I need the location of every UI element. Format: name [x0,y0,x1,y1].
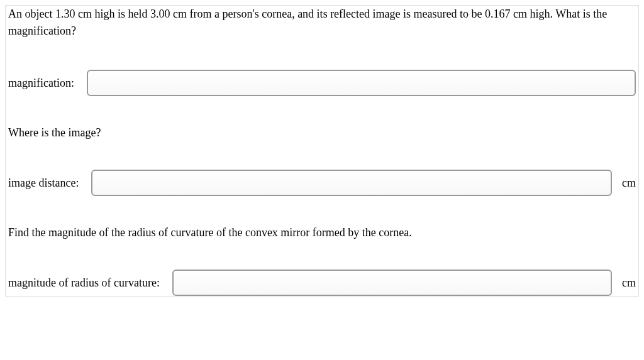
radius-row: magnitude of radius of curvature: cm [8,270,636,296]
radius-prompt: Find the magnitude of the radius of curv… [8,226,636,239]
magnification-input[interactable] [87,70,636,96]
image-distance-prompt: Where is the image? [8,126,636,139]
image-distance-unit: cm [622,177,636,190]
radius-unit: cm [622,276,636,290]
radius-label: magnitude of radius of curvature: [8,276,160,290]
problem-statement: An object 1.30 cm high is held 3.00 cm f… [8,6,636,40]
image-distance-row: image distance: cm [8,170,636,196]
radius-input[interactable] [172,270,612,296]
magnification-row: magnification: [8,70,636,96]
image-distance-label: image distance: [8,177,79,190]
problem-container: An object 1.30 cm high is held 3.00 cm f… [5,5,639,297]
image-distance-input[interactable] [91,170,612,196]
magnification-label: magnification: [8,77,74,90]
